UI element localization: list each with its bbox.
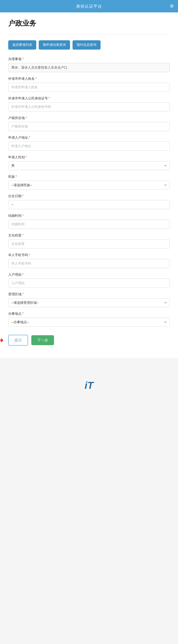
label-ru-hu-li-you: 入户理由:* — [8, 272, 170, 277]
footer: iT — [0, 358, 178, 399]
input-wai-sheng-id[interactable] — [8, 102, 170, 112]
hint-button-container: ➜ 提示 — [8, 335, 28, 346]
label-chu-sheng: 出生日期:* — [8, 194, 170, 198]
input-chu-sheng[interactable] — [8, 200, 170, 209]
form-group-wai-sheng-xing-ming: 外省市申请人姓名:* — [8, 77, 170, 92]
divider — [8, 34, 170, 34]
next-button[interactable]: 下一步 — [31, 335, 54, 345]
label-ban-shi-di-dian: 办事地点:* — [8, 312, 170, 316]
booking-query-button[interactable]: 预约信息查询 — [73, 40, 100, 50]
footer-brand-text: iT — [85, 380, 93, 391]
input-wen-hua[interactable] — [8, 239, 170, 248]
bottom-buttons-group: ➜ 提示 下一步 — [8, 335, 170, 346]
label-ban-li-shi-xiang: 办理事项:* — [8, 57, 170, 62]
label-wai-sheng-id: 外省市申请人公民身份证号:* — [8, 96, 170, 101]
header-title: 身份认证平台 — [76, 4, 102, 9]
main-form: 办理事项:* 外省市申请人姓名:* 外省市申请人公民身份证号:* 户籍所在地:* — [8, 57, 170, 346]
form-group-min-zu: 民族:* --请选择民族-- 汉族 满族 回族 藏族 维吾尔族 — [8, 175, 170, 190]
label-hu-ji: 户籍所在地:* — [8, 116, 170, 120]
page-title: 户政业务 — [8, 18, 170, 28]
form-group-xing-bie: 申请人性别:* 男 女 — [8, 155, 170, 170]
select-ban-shi-di-dian[interactable]: --办事地点-- — [8, 318, 170, 326]
input-jie-hun[interactable] — [8, 220, 170, 229]
input-hu-ji[interactable] — [8, 122, 170, 131]
input-wai-sheng-xing-ming[interactable] — [8, 83, 170, 92]
main-content: 户政业务 返回事项列表 预申请结果查询 预约信息查询 办理事项:* 外省市申请人… — [0, 12, 178, 358]
form-group-ban-shi-di-dian: 办事地点:* --办事地点-- — [8, 312, 170, 326]
select-xing-bie[interactable]: 男 女 — [8, 161, 170, 170]
hint-button[interactable]: 提示 — [8, 335, 28, 346]
input-ban-li-shi-xiang[interactable] — [8, 63, 170, 72]
form-group-shou-ji: 本人手机号码:* — [8, 253, 170, 268]
form-group-ru-hu-di-zhi: 申请入户地址:* — [8, 136, 170, 151]
label-min-zu: 民族:* — [8, 175, 170, 179]
label-jie-hun: 结婚时间:* — [8, 214, 170, 218]
label-wai-sheng-xing-ming: 外省市申请人姓名:* — [8, 77, 170, 81]
header: 身份认证平台 ⚙ — [0, 0, 178, 12]
label-ru-hu-di-zhi: 申请入户地址:* — [8, 136, 170, 140]
input-shou-ji[interactable] — [8, 259, 170, 268]
form-group-ru-hu-li-you: 入户理由:* — [8, 272, 170, 288]
form-group-ban-li-shi-xiang: 办理事项:* — [8, 57, 170, 72]
form-group-shou-li-qu-yu: 受理区域:* --请选择受理区域-- — [8, 292, 170, 307]
gear-icon[interactable]: ⚙ — [170, 4, 174, 9]
input-ru-hu-di-zhi[interactable] — [8, 142, 170, 151]
form-group-chu-sheng: 出生日期:* — [8, 194, 170, 209]
action-buttons-group: 返回事项列表 预申请结果查询 预约信息查询 — [8, 40, 170, 50]
form-group-wen-hua: 文化程度:* — [8, 233, 170, 248]
red-arrow-icon: ➜ — [0, 336, 3, 344]
pre-apply-query-button[interactable]: 预申请结果查询 — [39, 40, 70, 50]
label-shou-ji: 本人手机号码:* — [8, 253, 170, 257]
form-group-hu-ji: 户籍所在地:* — [8, 116, 170, 131]
label-wen-hua: 文化程度:* — [8, 233, 170, 238]
form-group-wai-sheng-id: 外省市申请人公民身份证号:* — [8, 96, 170, 112]
footer-brand: iT — [85, 380, 93, 391]
label-shou-li-qu-yu: 受理区域:* — [8, 292, 170, 296]
select-min-zu[interactable]: --请选择民族-- 汉族 满族 回族 藏族 维吾尔族 — [8, 181, 170, 190]
return-list-button[interactable]: 返回事项列表 — [8, 40, 36, 50]
label-xing-bie: 申请人性别:* — [8, 155, 170, 160]
select-shou-li-qu-yu[interactable]: --请选择受理区域-- — [8, 298, 170, 307]
input-ru-hu-li-you[interactable] — [8, 278, 170, 288]
form-group-jie-hun: 结婚时间:* — [8, 214, 170, 229]
